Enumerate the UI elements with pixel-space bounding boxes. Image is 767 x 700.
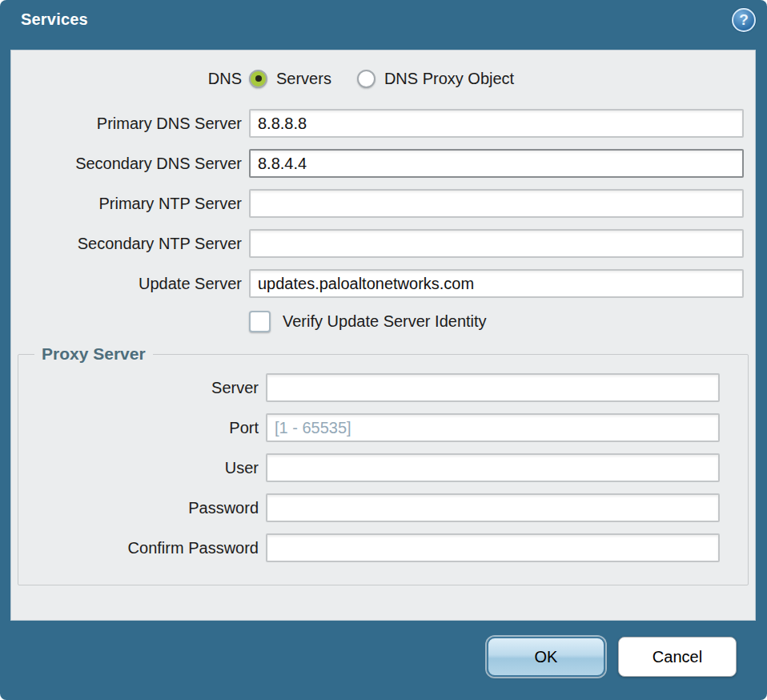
dns-label: DNS <box>11 70 249 88</box>
proxy-server-row: Server <box>18 373 748 402</box>
verify-update-row: Verify Update Server Identity <box>249 309 755 333</box>
primary-ntp-label: Primary NTP Server <box>11 195 249 213</box>
proxy-server-input[interactable] <box>266 373 720 402</box>
help-icon[interactable]: ? <box>732 8 756 32</box>
proxy-port-label: Port <box>18 419 266 437</box>
secondary-dns-label: Secondary DNS Server <box>11 155 249 173</box>
update-server-input[interactable] <box>249 269 744 298</box>
primary-dns-label: Primary DNS Server <box>11 115 249 133</box>
proxy-server-legend: Proxy Server <box>34 344 153 364</box>
proxy-password-input[interactable] <box>266 493 720 522</box>
cancel-button[interactable]: Cancel <box>618 637 737 677</box>
radio-servers[interactable] <box>249 70 267 88</box>
primary-ntp-row: Primary NTP Server <box>11 189 755 218</box>
dialog-body: DNS Servers DNS Proxy Object Primary DNS… <box>10 50 756 621</box>
secondary-ntp-label: Secondary NTP Server <box>11 235 249 253</box>
secondary-dns-input[interactable] <box>249 149 744 178</box>
proxy-password-label: Password <box>18 499 266 517</box>
proxy-confirm-password-input[interactable] <box>266 533 720 562</box>
proxy-port-input[interactable] <box>266 413 720 442</box>
secondary-dns-row: Secondary DNS Server <box>11 149 755 178</box>
dns-mode-row: DNS Servers DNS Proxy Object <box>11 64 755 93</box>
verify-update-checkbox[interactable] <box>249 311 271 332</box>
radio-dns-proxy-object[interactable] <box>357 70 375 88</box>
proxy-server-label: Server <box>18 379 266 397</box>
proxy-port-row: Port <box>18 413 748 442</box>
services-dialog: Services ? DNS Servers DNS Proxy Object … <box>0 0 767 700</box>
ok-button[interactable]: OK <box>487 637 605 677</box>
proxy-confirm-password-label: Confirm Password <box>18 539 266 557</box>
radio-servers-label[interactable]: Servers <box>276 70 331 88</box>
dialog-footer: OK Cancel <box>0 621 767 700</box>
proxy-server-section: Proxy Server Server Port User Password C… <box>18 344 749 585</box>
radio-dns-proxy-object-label[interactable]: DNS Proxy Object <box>384 70 514 88</box>
update-server-label: Update Server <box>11 275 249 293</box>
primary-ntp-input[interactable] <box>249 189 744 218</box>
dialog-titlebar: Services ? <box>0 0 767 50</box>
proxy-user-row: User <box>18 453 748 482</box>
proxy-confirm-password-row: Confirm Password <box>18 533 748 562</box>
secondary-ntp-input[interactable] <box>249 229 744 258</box>
primary-dns-row: Primary DNS Server <box>11 109 755 138</box>
proxy-user-input[interactable] <box>266 453 720 482</box>
dns-radio-group: Servers DNS Proxy Object <box>249 70 540 88</box>
dialog-title: Services <box>21 10 88 29</box>
proxy-password-row: Password <box>18 493 748 522</box>
update-server-row: Update Server <box>11 269 755 298</box>
primary-dns-input[interactable] <box>249 109 744 138</box>
proxy-user-label: User <box>18 459 266 477</box>
verify-update-label[interactable]: Verify Update Server Identity <box>283 312 487 331</box>
secondary-ntp-row: Secondary NTP Server <box>11 229 755 258</box>
